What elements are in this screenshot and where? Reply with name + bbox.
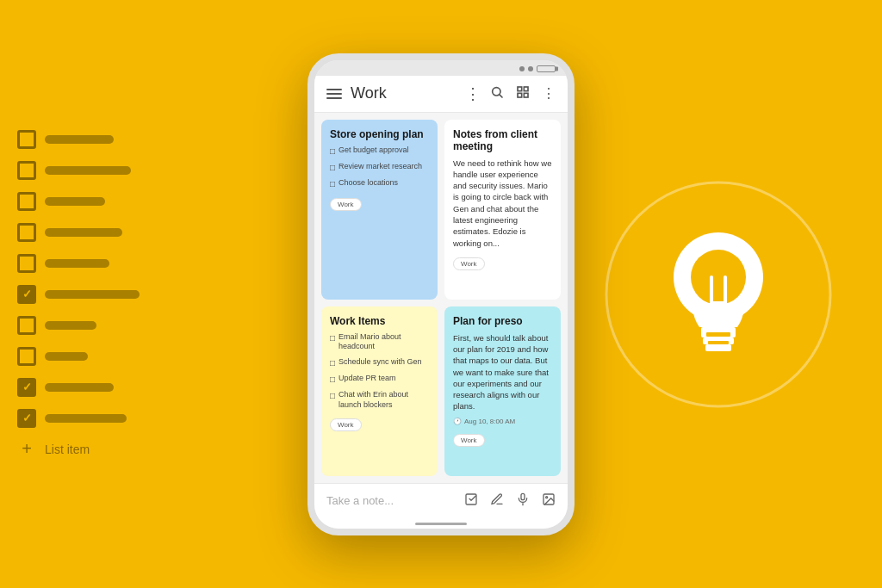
note-item-6: Update PR team: [330, 374, 429, 385]
line-5: [45, 259, 109, 268]
battery-icon: [537, 65, 556, 72]
note-tag-work-4[interactable]: Work: [453, 434, 485, 447]
note-tag-work-1[interactable]: Work: [330, 198, 362, 211]
checkbox-2[interactable]: [17, 161, 36, 180]
phone-screen: Work ⋮ ⋮ Store: [307, 53, 575, 535]
line-10: [45, 414, 127, 423]
line-7: [45, 321, 96, 330]
notes-grid: Store opening plan Get budget approval R…: [314, 113, 568, 483]
left-checklist: + List item: [17, 130, 140, 459]
note-store-opening[interactable]: Store opening plan Get budget approval R…: [321, 120, 438, 300]
note-body-preso: First, we should talk about our plan for…: [453, 332, 552, 412]
signal-dot-2: [528, 66, 533, 71]
app-header: Work ⋮ ⋮: [314, 76, 568, 113]
svg-point-5: [691, 250, 746, 305]
svg-rect-9: [706, 332, 730, 337]
svg-line-12: [500, 95, 502, 97]
checkbox-7[interactable]: [17, 316, 36, 335]
add-item-row: + List item: [17, 440, 140, 459]
note-tag-work-2[interactable]: Work: [453, 257, 485, 270]
search-icon[interactable]: [490, 85, 504, 102]
svg-rect-14: [524, 87, 528, 91]
note-body-client: We need to rethink how we handle user ex…: [453, 158, 552, 249]
checklist-row: [17, 254, 140, 273]
menu-icon[interactable]: [326, 89, 342, 99]
svg-rect-4: [705, 344, 731, 351]
note-tag-work-3[interactable]: Work: [330, 418, 362, 431]
checkbox-3[interactable]: [17, 192, 36, 211]
note-item-2: Review market research: [330, 162, 429, 173]
note-title-store: Store opening plan: [330, 128, 429, 140]
checklist-row: [17, 130, 140, 149]
overflow-menu-icon[interactable]: ⋮: [542, 85, 556, 102]
note-work-items[interactable]: Work Items Email Mario about headcount S…: [321, 306, 438, 476]
line-4: [45, 228, 122, 237]
checklist-row: [17, 378, 140, 397]
note-date-preso: Aug 10, 8:00 AM: [453, 418, 552, 425]
checkbox-9[interactable]: [17, 378, 36, 397]
add-item-icon[interactable]: +: [17, 440, 36, 459]
line-3: [45, 197, 105, 206]
svg-rect-17: [466, 494, 476, 504]
svg-rect-10: [708, 341, 729, 344]
draw-icon[interactable]: [490, 492, 504, 509]
note-item-4: Email Mario about headcount: [330, 332, 429, 352]
bottom-icons: [464, 492, 556, 509]
checkbox-4[interactable]: [17, 223, 36, 242]
checkbox-6[interactable]: [17, 285, 36, 304]
checklist-row: [17, 285, 140, 304]
image-icon[interactable]: [542, 492, 556, 509]
checkbox-8[interactable]: [17, 347, 36, 366]
line-1: [45, 135, 114, 144]
line-2: [45, 166, 131, 175]
note-item-7: Chat with Erin about launch blockers: [330, 390, 429, 410]
checklist-row: [17, 223, 140, 242]
checklist-row: [17, 347, 140, 366]
home-bar-line: [415, 523, 467, 525]
svg-rect-15: [518, 93, 522, 97]
note-title-work-items: Work Items: [330, 315, 429, 327]
svg-rect-18: [521, 493, 525, 499]
note-item-1: Get budget approval: [330, 145, 429, 157]
header-more-dots[interactable]: ⋮: [465, 84, 481, 103]
note-item-5: Schedule sync with Gen: [330, 357, 429, 368]
note-title-client: Notes from client meeting: [453, 128, 552, 152]
mic-icon[interactable]: [516, 492, 530, 509]
checklist-row: [17, 409, 140, 428]
svg-rect-16: [524, 93, 528, 97]
signal-dot-1: [519, 66, 525, 71]
header-title: Work: [351, 84, 457, 102]
line-9: [45, 383, 114, 392]
checklist-row: [17, 192, 140, 211]
line-8: [45, 352, 88, 361]
line-6: [45, 290, 140, 299]
checkbox-1[interactable]: [17, 130, 36, 149]
layout-toggle-icon[interactable]: [516, 85, 530, 102]
status-bar: [314, 60, 568, 76]
header-icons: ⋮: [490, 85, 556, 102]
note-title-preso: Plan for preso: [453, 315, 552, 327]
phone-mockup: Work ⋮ ⋮ Store: [307, 53, 575, 535]
svg-point-21: [546, 496, 548, 498]
lightbulb-graphic: [598, 174, 839, 415]
note-client-meeting[interactable]: Notes from client meeting We need to ret…: [444, 120, 561, 300]
note-item-3: Choose locations: [330, 178, 429, 189]
svg-rect-13: [518, 87, 522, 91]
checklist-row: [17, 161, 140, 180]
home-bar: [314, 517, 568, 529]
take-note-placeholder[interactable]: Take a note...: [326, 494, 457, 507]
checklist-row: [17, 316, 140, 335]
app-bottom-bar: Take a note...: [314, 483, 568, 517]
bottom-input-row: Take a note...: [326, 492, 556, 509]
note-plan-preso[interactable]: Plan for preso First, we should talk abo…: [444, 306, 561, 476]
checkbox-10[interactable]: [17, 409, 36, 428]
checkbox-icon[interactable]: [464, 492, 478, 509]
checkbox-5[interactable]: [17, 254, 36, 273]
add-item-label[interactable]: List item: [45, 443, 90, 456]
